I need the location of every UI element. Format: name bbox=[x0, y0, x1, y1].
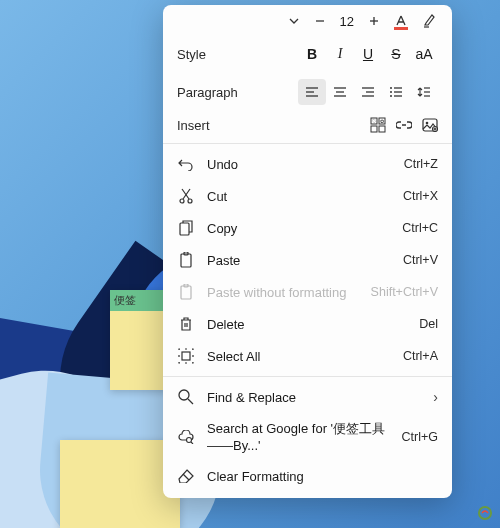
link-icon[interactable] bbox=[396, 118, 412, 132]
chevron-right-icon: › bbox=[433, 389, 438, 405]
find-replace-item[interactable]: Find & Replace › bbox=[163, 381, 452, 413]
svg-rect-43 bbox=[182, 352, 190, 360]
svg-line-37 bbox=[182, 189, 189, 199]
svg-rect-38 bbox=[180, 223, 189, 235]
copy-shortcut: Ctrl+C bbox=[402, 221, 438, 235]
svg-point-46 bbox=[187, 437, 192, 442]
cut-icon bbox=[177, 187, 195, 205]
paste-plain-icon bbox=[177, 283, 195, 301]
paste-label: Paste bbox=[207, 253, 391, 268]
search-google-item[interactable]: Search at Google for '便签工具——By...' Ctrl+… bbox=[163, 413, 452, 460]
special-char-icon[interactable]: ♡✿ bbox=[370, 117, 386, 133]
svg-text:♡: ♡ bbox=[372, 118, 377, 124]
svg-line-47 bbox=[191, 442, 193, 444]
delete-item[interactable]: Delete Del bbox=[163, 308, 452, 340]
svg-point-30 bbox=[426, 122, 429, 125]
paste-icon bbox=[177, 251, 195, 269]
svg-point-15 bbox=[390, 91, 392, 93]
svg-point-34 bbox=[180, 199, 184, 203]
list-button[interactable] bbox=[382, 79, 410, 105]
strikethrough-button[interactable]: S bbox=[382, 41, 410, 67]
font-size-increase[interactable] bbox=[368, 15, 380, 27]
delete-icon bbox=[177, 315, 195, 333]
svg-point-16 bbox=[390, 95, 392, 97]
svg-point-35 bbox=[188, 199, 192, 203]
align-left-button[interactable] bbox=[298, 79, 326, 105]
select-all-icon bbox=[177, 347, 195, 365]
paste-plain-item: Paste without formatting Shift+Ctrl+V bbox=[163, 276, 452, 308]
cut-shortcut: Ctrl+X bbox=[403, 189, 438, 203]
sticky-note-2[interactable] bbox=[60, 440, 180, 528]
svg-line-48 bbox=[183, 474, 189, 480]
font-size-decrease[interactable] bbox=[314, 15, 326, 27]
cut-item[interactable]: Cut Ctrl+X bbox=[163, 180, 452, 212]
style-section: Style B I U S aA bbox=[163, 35, 452, 73]
paste-item[interactable]: Paste Ctrl+V bbox=[163, 244, 452, 276]
insert-label: Insert bbox=[177, 118, 210, 133]
search-google-shortcut: Ctrl+G bbox=[402, 430, 438, 444]
find-replace-label: Find & Replace bbox=[207, 390, 421, 405]
svg-rect-39 bbox=[181, 254, 191, 267]
insert-section: Insert ♡✿ bbox=[163, 111, 452, 139]
svg-text:✿: ✿ bbox=[380, 118, 384, 124]
svg-line-45 bbox=[188, 399, 193, 404]
italic-button[interactable]: I bbox=[326, 41, 354, 67]
undo-icon bbox=[177, 155, 195, 173]
svg-point-14 bbox=[390, 87, 392, 89]
context-menu: 12 Style B I U S aA Paragraph bbox=[163, 5, 452, 498]
search-icon bbox=[177, 388, 195, 406]
svg-point-44 bbox=[179, 390, 189, 400]
highlight-icon[interactable] bbox=[422, 13, 438, 29]
image-icon[interactable] bbox=[422, 118, 438, 132]
select-all-shortcut: Ctrl+A bbox=[403, 349, 438, 363]
undo-label: Undo bbox=[207, 157, 392, 172]
paragraph-section: Paragraph bbox=[163, 73, 452, 111]
case-button[interactable]: aA bbox=[410, 41, 438, 67]
undo-shortcut: Ctrl+Z bbox=[404, 157, 438, 171]
select-all-label: Select All bbox=[207, 349, 391, 364]
font-dropdown[interactable] bbox=[288, 15, 300, 27]
paste-plain-label: Paste without formatting bbox=[207, 285, 359, 300]
font-toolbar: 12 bbox=[163, 5, 452, 35]
font-size-value: 12 bbox=[340, 14, 354, 29]
delete-label: Delete bbox=[207, 317, 407, 332]
bold-button[interactable]: B bbox=[298, 41, 326, 67]
copy-icon bbox=[177, 219, 195, 237]
underline-button[interactable]: U bbox=[354, 41, 382, 67]
align-right-button[interactable] bbox=[354, 79, 382, 105]
paragraph-label: Paragraph bbox=[177, 85, 238, 100]
style-label: Style bbox=[177, 47, 206, 62]
svg-rect-41 bbox=[181, 286, 191, 299]
copy-item[interactable]: Copy Ctrl+C bbox=[163, 212, 452, 244]
paste-shortcut: Ctrl+V bbox=[403, 253, 438, 267]
eraser-icon bbox=[177, 467, 195, 485]
svg-rect-28 bbox=[379, 126, 385, 132]
delete-shortcut: Del bbox=[419, 317, 438, 331]
select-all-item[interactable]: Select All Ctrl+A bbox=[163, 340, 452, 372]
cloud-search-icon bbox=[177, 428, 195, 446]
undo-item[interactable]: Undo Ctrl+Z bbox=[163, 148, 452, 180]
watermark-logo bbox=[478, 506, 492, 520]
copy-label: Copy bbox=[207, 221, 390, 236]
svg-line-36 bbox=[183, 189, 190, 199]
clear-format-item[interactable]: Clear Formatting bbox=[163, 460, 452, 492]
search-google-label: Search at Google for '便签工具——By...' bbox=[207, 420, 390, 453]
cut-label: Cut bbox=[207, 189, 391, 204]
svg-point-0 bbox=[479, 507, 491, 519]
clear-format-label: Clear Formatting bbox=[207, 469, 438, 484]
paste-plain-shortcut: Shift+Ctrl+V bbox=[371, 285, 438, 299]
align-center-button[interactable] bbox=[326, 79, 354, 105]
font-color-icon[interactable] bbox=[394, 14, 408, 28]
line-spacing-button[interactable] bbox=[410, 79, 438, 105]
svg-rect-27 bbox=[371, 126, 377, 132]
